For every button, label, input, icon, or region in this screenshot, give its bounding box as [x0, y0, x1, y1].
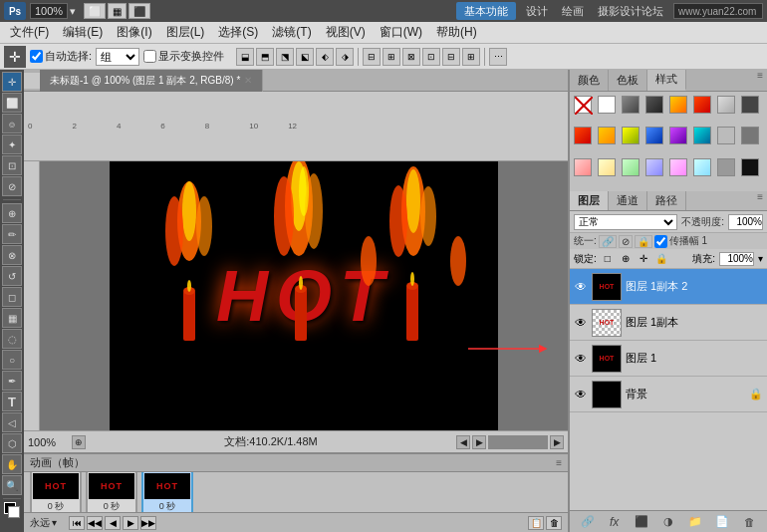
tool-lasso[interactable]: ⌾ [2, 114, 22, 133]
link-layers-btn[interactable]: 🔗 [580, 514, 596, 530]
view-mode-btn3[interactable]: ⬛ [128, 3, 150, 19]
layer-panel-collapse[interactable]: ≡ [757, 191, 767, 210]
tool-eyedropper[interactable]: ⊘ [2, 176, 22, 196]
unify-btn-1[interactable]: 🔗 [599, 235, 617, 248]
style-tab[interactable]: 样式 [647, 70, 686, 91]
swatch-22[interactable] [717, 158, 735, 176]
swatch-6[interactable] [717, 96, 735, 114]
extra-btn[interactable]: ⋯ [489, 48, 507, 66]
new-group-btn[interactable]: 📁 [687, 514, 703, 530]
swatch-5[interactable] [693, 96, 711, 114]
add-mask-btn[interactable]: ⬛ [634, 514, 649, 530]
layers-tab[interactable]: 图层 [570, 191, 609, 210]
swatch-12[interactable] [669, 127, 687, 144]
del-frame-btn[interactable]: 🗑 [546, 516, 562, 530]
tool-pen[interactable]: ✒ [2, 371, 22, 391]
channels-tab[interactable]: 通道 [609, 191, 647, 210]
lock-pixels-btn[interactable]: □ [601, 252, 615, 266]
tool-select[interactable]: ⬜ [2, 93, 22, 113]
show-transform-checkbox[interactable] [143, 50, 156, 63]
tool-dodge[interactable]: ○ [2, 350, 22, 370]
align-btn-6[interactable]: ⬗ [336, 48, 354, 66]
tool-brush[interactable]: ✏ [2, 224, 22, 244]
animation-collapse-btn[interactable]: ≡ [556, 457, 562, 468]
swatch-1[interactable] [598, 96, 616, 114]
dist-btn-3[interactable]: ⊠ [402, 48, 420, 66]
swatch-17[interactable] [598, 158, 616, 176]
align-btn-3[interactable]: ⬔ [276, 48, 294, 66]
view-mode-btn1[interactable]: ⬜ [84, 3, 106, 19]
align-btn-4[interactable]: ⬕ [296, 48, 314, 66]
forum-btn[interactable]: 摄影设计论坛 [594, 4, 667, 19]
align-btn-2[interactable]: ⬒ [256, 48, 274, 66]
loop-dropdown-icon[interactable]: ▾ [52, 517, 57, 528]
opacity-input[interactable] [728, 214, 763, 230]
dist-btn-6[interactable]: ⊞ [462, 48, 480, 66]
tool-text[interactable]: T [2, 392, 22, 411]
swatch-11[interactable] [645, 127, 663, 144]
menu-select[interactable]: 选择(S) [212, 22, 264, 43]
tool-eraser[interactable]: ◻ [2, 287, 22, 307]
forward-btn[interactable]: ▶▶ [140, 516, 156, 530]
tool-zoom[interactable]: 🔍 [2, 475, 22, 495]
menu-window[interactable]: 窗口(W) [374, 22, 428, 43]
color-tab[interactable]: 颜色 [570, 70, 609, 91]
menu-file[interactable]: 文件(F) [4, 22, 55, 43]
layer-item-4[interactable]: 👁 HOT 图层 1副本 2 [570, 269, 767, 305]
layer-3-eye[interactable]: 👁 [574, 316, 588, 330]
menu-help[interactable]: 帮助(H) [430, 22, 483, 43]
tab-close-btn[interactable]: ✕ [244, 75, 252, 86]
dist-btn-5[interactable]: ⊟ [442, 48, 460, 66]
prev-frame-btn[interactable]: ⏮ [69, 516, 85, 530]
layer-item-3[interactable]: 👁 HOT 图层 1副本 [570, 305, 767, 341]
dist-btn-2[interactable]: ⊞ [383, 48, 400, 66]
tool-heal[interactable]: ⊕ [2, 203, 22, 223]
layer-item-1[interactable]: 👁 背景 🔒 [570, 377, 767, 412]
fill-dropdown[interactable]: ▾ [758, 253, 763, 264]
menu-image[interactable]: 图像(I) [111, 22, 157, 43]
auto-select-type[interactable]: 组 图层 [96, 48, 139, 66]
paint-btn[interactable]: 绘画 [558, 4, 588, 19]
add-frame-btn[interactable]: 📋 [528, 516, 544, 530]
swatch-4[interactable] [669, 96, 687, 114]
swatch-3[interactable] [645, 96, 663, 114]
layer-item-2[interactable]: 👁 HOT 图层 1 [570, 341, 767, 377]
swatch-16[interactable] [574, 158, 592, 176]
scroll-bar[interactable] [488, 435, 548, 449]
menu-view[interactable]: 视图(V) [320, 22, 372, 43]
tool-blur[interactable]: ◌ [2, 329, 22, 349]
swatch-20[interactable] [669, 158, 687, 176]
view-mode-btn2[interactable]: ▦ [108, 3, 127, 19]
fill-input[interactable] [719, 252, 754, 266]
auto-select-checkbox[interactable] [30, 50, 43, 63]
tool-gradient[interactable]: ▦ [2, 308, 22, 328]
swatch-14[interactable] [717, 127, 735, 144]
lock-pos-btn[interactable]: ⊕ [619, 252, 633, 266]
prev-btn[interactable]: ◀◀ [87, 516, 103, 530]
foreground-color[interactable] [4, 502, 20, 518]
scroll-end-btn[interactable]: ▶ [550, 435, 564, 449]
tool-magic-wand[interactable]: ✦ [2, 134, 22, 154]
tool-history[interactable]: ↺ [2, 266, 22, 286]
layer-1-eye[interactable]: 👁 [574, 388, 588, 401]
status-zoom-btn[interactable]: ⊕ [72, 435, 86, 449]
lock-move-btn[interactable]: ✛ [637, 252, 650, 266]
swatch-21[interactable] [693, 158, 711, 176]
tool-move[interactable]: ✛ [2, 72, 22, 92]
swatch-9[interactable] [598, 127, 616, 144]
tool-clone[interactable]: ⊗ [2, 245, 22, 265]
swatch-10[interactable] [622, 127, 639, 144]
layer-4-eye[interactable]: 👁 [574, 280, 588, 294]
tool-hand[interactable]: ✋ [2, 454, 22, 474]
swatch-23[interactable] [741, 158, 759, 176]
canvas-view[interactable]: HOT [40, 161, 568, 430]
swatch-7[interactable] [741, 96, 759, 114]
swatch-2[interactable] [622, 96, 639, 114]
new-layer-btn[interactable]: 📄 [714, 514, 730, 530]
lock-all-btn[interactable]: 🔒 [654, 252, 668, 266]
swatch-13[interactable] [693, 127, 711, 144]
broadcast-checkbox[interactable] [654, 235, 667, 248]
url-input[interactable] [673, 3, 763, 19]
basic-function-btn[interactable]: 基本功能 [456, 2, 516, 20]
dist-btn-4[interactable]: ⊡ [422, 48, 440, 66]
